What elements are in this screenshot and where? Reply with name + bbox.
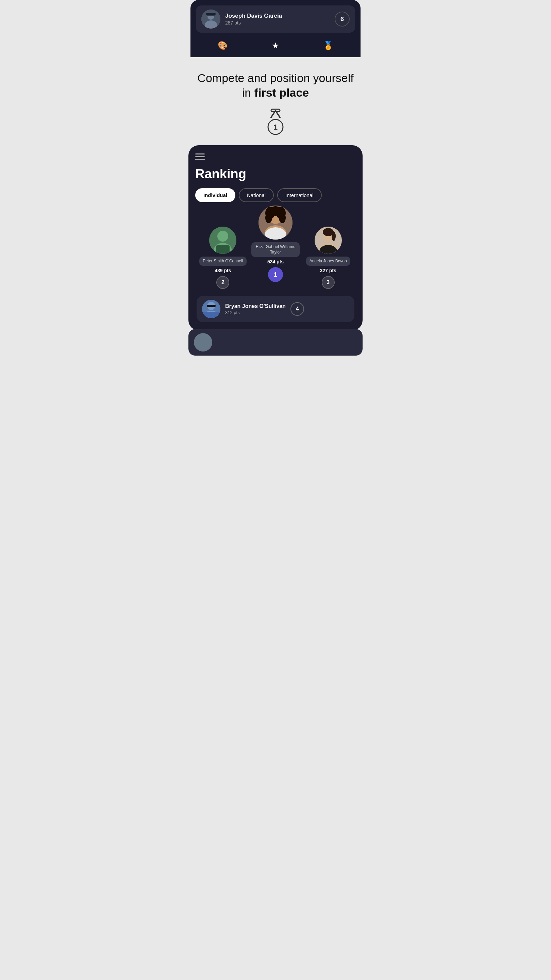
svg-point-27 [332, 231, 336, 241]
medal-nav-icon[interactable]: 🏅 [323, 41, 333, 50]
top-card-user-row: Joseph Davis García 287 pts 6 [196, 5, 355, 33]
promo-title: Compete and position yourself in first p… [197, 71, 354, 100]
top-card-nav: 🎨 ★ 🏅 [196, 38, 355, 52]
ranking-list: Bryan Jones O'Sullivan 312 pts 4 [195, 296, 356, 331]
top-card-pts: 287 pts [225, 20, 282, 25]
svg-text:1: 1 [273, 123, 278, 131]
tab-national[interactable]: National [239, 188, 274, 202]
podium-name-2: Peter Smith O'Connell [199, 256, 246, 266]
list-name-4: Bryan Jones O'Sullivan [225, 303, 286, 309]
podium-rank-3: Angela Jones Brwon 327 pts 3 [304, 227, 353, 289]
list-rank-badge-4: 4 [291, 302, 304, 316]
podium-rank-2: Peter Smith O'Connell 489 pts 2 [198, 227, 247, 289]
podium: Peter Smith O'Connell 489 pts 2 [195, 212, 356, 289]
podium-avatar-2 [209, 227, 237, 254]
svg-point-21 [279, 212, 286, 223]
podium-pts-3: 327 pts [320, 268, 337, 273]
podium-avatar-3 [314, 227, 342, 254]
podium-name-3: Angela Jones Brwon [306, 256, 350, 266]
top-card-rank: 6 [335, 11, 349, 27]
tab-international[interactable]: International [277, 188, 322, 202]
ranking-title: Ranking [195, 167, 356, 181]
svg-point-11 [218, 231, 228, 242]
top-card-avatar [202, 10, 221, 29]
tab-row: Individual National International [195, 188, 356, 202]
top-card: Joseph Davis García 287 pts 6 🎨 ★ 🏅 [191, 0, 360, 57]
list-avatar-4 [202, 300, 221, 318]
podium-rank-badge-2: 2 [216, 276, 229, 289]
top-card-user-info: Joseph Davis García 287 pts [225, 13, 282, 25]
podium-pts-1: 534 pts [267, 259, 284, 264]
podium-pts-2: 489 pts [214, 268, 231, 273]
medal-icon: 1 [264, 108, 287, 135]
podium-rank-1: Eliza Gabriel Williams Taylor 534 pts 1 [251, 205, 300, 282]
bottom-partial-row [189, 329, 362, 356]
podium-name-1: Eliza Gabriel Williams Taylor [251, 242, 300, 257]
svg-rect-13 [216, 245, 230, 254]
star-icon[interactable]: ★ [272, 41, 279, 50]
hamburger-menu[interactable] [195, 153, 356, 160]
podium-rank-badge-3: 3 [322, 276, 335, 289]
bottom-partial-avatar [194, 333, 212, 352]
podium-avatar-1 [259, 205, 292, 240]
ranking-card: Ranking Individual National Internationa… [189, 145, 362, 331]
top-card-name: Joseph Davis García [225, 13, 282, 19]
svg-rect-33 [202, 312, 221, 318]
svg-point-20 [265, 212, 272, 223]
svg-rect-32 [207, 305, 216, 307]
promo-section: Compete and position yourself in first p… [184, 57, 367, 145]
list-item-4: Bryan Jones O'Sullivan 312 pts 4 [197, 296, 354, 322]
podium-rank-badge-1: 1 [268, 267, 283, 282]
palette-icon[interactable]: 🎨 [218, 41, 228, 50]
tab-individual[interactable]: Individual [195, 188, 235, 202]
list-pts-4: 312 pts [225, 310, 286, 315]
list-user-info-4: Bryan Jones O'Sullivan 312 pts [225, 303, 286, 315]
svg-rect-4 [206, 13, 216, 15]
